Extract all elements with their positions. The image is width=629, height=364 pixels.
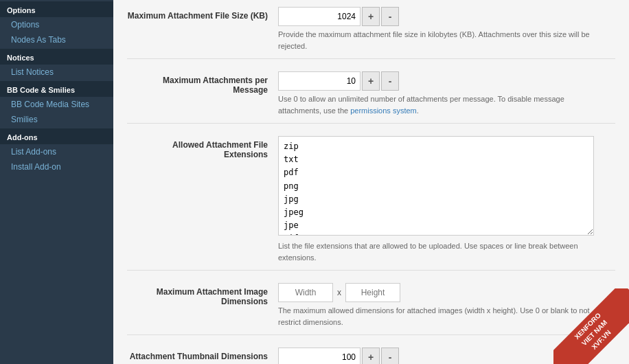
max-image-dimensions-control: x The maximum allowed dimensions for att… bbox=[278, 283, 615, 328]
max-image-dimensions-row: Maximum Attachment Image Dimensions x Th… bbox=[127, 283, 615, 335]
thumbnail-dimensions-minus[interactable]: - bbox=[381, 348, 399, 364]
sidebar-section-bb-code: BB Code & Smilies BB Code Media Sites Sm… bbox=[0, 81, 113, 127]
thumbnail-dimensions-label: Attachment Thumbnail Dimensions bbox=[127, 348, 278, 361]
thumbnail-dimensions-control: + - The maximum width and height of gene… bbox=[278, 348, 615, 364]
sidebar-section-options: Options Options Nodes As Tabs bbox=[0, 1, 113, 47]
sidebar-item-install-add-on[interactable]: Install Add-on bbox=[0, 159, 113, 174]
sidebar: Options Options Nodes As Tabs Notices Li… bbox=[0, 0, 113, 364]
thumbnail-dimensions-row: Attachment Thumbnail Dimensions + - The … bbox=[127, 348, 615, 364]
max-attachment-file-size-help: Provide the maximum attachment file size… bbox=[278, 29, 608, 52]
max-attachment-file-size-row: Maximum Attachment File Size (KB) + - Pr… bbox=[127, 7, 615, 59]
allowed-extensions-textarea[interactable] bbox=[278, 136, 594, 236]
thumbnail-dimensions-plus[interactable]: + bbox=[362, 348, 380, 364]
max-attachment-file-size-minus[interactable]: - bbox=[381, 7, 399, 26]
main-content: Maximum Attachment File Size (KB) + - Pr… bbox=[113, 0, 629, 364]
sidebar-item-list-add-ons[interactable]: List Add-ons bbox=[0, 144, 113, 159]
thumbnail-dimensions-input-group: + - bbox=[278, 348, 615, 364]
dimension-x-separator: x bbox=[336, 288, 343, 297]
sidebar-section-notices: Notices List Notices bbox=[0, 49, 113, 80]
sidebar-section-title-add-ons: Add-ons bbox=[0, 128, 113, 144]
sidebar-section-add-ons: Add-ons List Add-ons Install Add-on bbox=[0, 128, 113, 174]
max-image-height-input[interactable] bbox=[345, 283, 400, 302]
max-attachment-file-size-plus[interactable]: + bbox=[362, 7, 380, 26]
sidebar-section-title-notices: Notices bbox=[0, 49, 113, 65]
sidebar-section-title-options: Options bbox=[0, 1, 113, 17]
sidebar-item-smilies[interactable]: Smilies bbox=[0, 112, 113, 127]
max-image-width-input[interactable] bbox=[278, 283, 333, 302]
max-image-dimensions-group: x bbox=[278, 283, 615, 302]
max-attachments-per-message-input-group: + - bbox=[278, 71, 615, 91]
sidebar-item-nodes-as-tabs[interactable]: Nodes As Tabs bbox=[0, 32, 113, 47]
allowed-extensions-help: List the file extensions that are allowe… bbox=[278, 240, 608, 263]
max-attachments-per-message-input[interactable] bbox=[278, 71, 361, 91]
max-attachment-file-size-control: + - Provide the maximum attachment file … bbox=[278, 7, 615, 52]
sidebar-section-title-bb-code: BB Code & Smilies bbox=[0, 81, 113, 97]
max-attachments-per-message-minus[interactable]: - bbox=[381, 71, 399, 91]
max-image-dimensions-label: Maximum Attachment Image Dimensions bbox=[127, 283, 278, 306]
max-attachment-file-size-input-group: + - bbox=[278, 7, 615, 26]
allowed-extensions-row: Allowed Attachment File Extensions List … bbox=[127, 136, 615, 271]
sidebar-item-bb-code-media-sites[interactable]: BB Code Media Sites bbox=[0, 97, 113, 112]
sidebar-item-options[interactable]: Options bbox=[0, 17, 113, 32]
max-attachments-per-message-control: + - Use 0 to allow an unlimited number o… bbox=[278, 71, 615, 116]
max-attachments-per-message-row: Maximum Attachments per Message + - Use … bbox=[127, 71, 615, 124]
max-image-dimensions-help: The maximum allowed dimensions for attac… bbox=[278, 305, 608, 328]
max-attachments-per-message-plus[interactable]: + bbox=[362, 71, 380, 91]
thumbnail-dimensions-input[interactable] bbox=[278, 348, 361, 364]
max-attachments-per-message-help: Use 0 to allow an unlimited number of at… bbox=[278, 93, 608, 116]
max-attachments-per-message-label: Maximum Attachments per Message bbox=[127, 71, 278, 95]
sidebar-item-list-notices[interactable]: List Notices bbox=[0, 65, 113, 80]
max-attachment-file-size-label: Maximum Attachment File Size (KB) bbox=[127, 7, 278, 21]
allowed-extensions-label: Allowed Attachment File Extensions bbox=[127, 136, 278, 159]
allowed-extensions-control: List the file extensions that are allowe… bbox=[278, 136, 615, 263]
max-attachment-file-size-input[interactable] bbox=[278, 7, 361, 26]
